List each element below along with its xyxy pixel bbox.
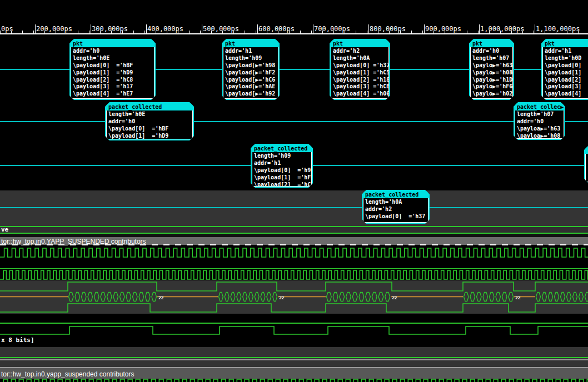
bus-data-cell [464, 293, 469, 301]
transaction-box-packet_collected[interactable]: packet_collectedlength='h0Aaddr='h2\payl… [362, 190, 430, 224]
transaction-field: \payload[▶='h98 [223, 62, 278, 69]
transaction-field: \paylo▶='h02 [471, 90, 512, 97]
transaction-field: \payload[1] ='hD9 [107, 132, 192, 139]
transaction-field: \payload[0] = [543, 62, 588, 69]
ruler-major-tick [313, 24, 313, 33]
group-bar-yapp-suspended-upper[interactable]: tor::hw_top.in0.YAPP_SUSPENDED contribut… [1, 238, 146, 245]
ruler-major-tick [202, 24, 202, 33]
ruler-tick-label: 0ps [1, 25, 13, 33]
bus-data-cell [542, 293, 547, 301]
transaction-field: \payload[1] ='hC5 [331, 69, 388, 76]
bus-data-cell [327, 293, 332, 301]
transaction-field: addr='h2 [331, 47, 388, 54]
transaction-field: \payload[2] = [543, 76, 588, 83]
transaction-box-body: addr='h1length='h09\payload[▶='h98\paylo… [223, 47, 278, 99]
bus-data-cell [107, 293, 112, 301]
transaction-box-pkt[interactable]: pktaddr='h2length='h0A\payload[0] ='h37\… [330, 39, 390, 100]
bus-idle-marker: zz [515, 295, 520, 300]
bus-data-cell [82, 293, 87, 301]
transaction-box-pkt[interactable]: pktaddr='h0length='h0E\payload[0] ='hBF\… [69, 39, 156, 100]
transaction-box-body: addr='h2length='h0A\payload[0] ='h37\pay… [331, 47, 389, 99]
bus-data-cell [561, 293, 565, 301]
transaction-field: addr='h1 [252, 159, 311, 167]
bus-data-cell [133, 293, 138, 301]
bus-data-cell [509, 293, 514, 301]
transaction-field: \payload[1] = [543, 69, 588, 76]
bus-data-cell [490, 293, 495, 301]
transaction-field: length='h0A [331, 54, 388, 62]
ruler-tick-label: 800,000ps [370, 25, 406, 33]
transaction-box-title: packet_collec▶ [515, 103, 564, 110]
bus-data-cell [477, 293, 482, 301]
transaction-field: \payload[3] ='hCB [331, 83, 388, 90]
ruler-tick-label: 1,100,000ps [536, 25, 580, 33]
transaction-box-packet_collected[interactable]: packet_collectedlength='h09addr='h1\payl… [251, 144, 313, 188]
handshake-c-waveform [0, 326, 588, 334]
bus-data-cell [536, 293, 541, 301]
bus-data-cell [502, 293, 507, 301]
bus-data-cell [496, 293, 501, 301]
ruler-tick-label: 1,000,000ps [480, 25, 524, 33]
transaction-box-packet_collec[interactable]: packet_collec▶length='h07addr='h0\payloa… [514, 102, 565, 140]
transaction-box-packet_collected[interactable]: packet_collectedlength='h0Eaddr='h0\payl… [105, 102, 194, 140]
transaction-field: \paylo▶='h63 [471, 62, 512, 69]
ruler-tick-label: 400,000ps [147, 25, 183, 33]
transaction-box-body: addr='h1length='h0D\payload[0] =\payload… [542, 47, 588, 99]
transaction-box-clipped[interactable] [584, 145, 588, 183]
transaction-box-pkt[interactable]: pktaddr='h1length='h0D\payload[0] =\payl… [541, 39, 588, 100]
bus-data-cell [101, 293, 106, 301]
transaction-field: \payload[▶='hAE [223, 83, 278, 90]
ruler-major-tick [146, 24, 147, 33]
transaction-field: addr='h1 [223, 47, 278, 54]
transaction-box-body: length='h0Eaddr='h0\payload[0] ='hBF\pay… [106, 110, 193, 139]
transaction-box-pkt[interactable]: pktaddr='h0length='h07\paylo▶='h63\paylo… [469, 39, 514, 100]
bus-data-cell [113, 293, 118, 301]
bus-idle-marker: zz [279, 295, 284, 300]
transaction-field: addr='h0 [71, 47, 154, 54]
bus-data-cell [139, 293, 144, 301]
transaction-field: \payload[2] ='h18 [331, 76, 388, 83]
bus-data-cell [273, 293, 277, 301]
transaction-field: \payload[▶='hC6 [223, 76, 278, 83]
transaction-field: \payloa▶='h63 [515, 125, 564, 132]
transaction-box-title: pkt [223, 40, 278, 47]
transaction-field: length='h07 [515, 110, 564, 118]
bus-data-cell [243, 293, 247, 301]
bus-data-cell [94, 293, 99, 301]
ruler-tick-label: 300,000ps [92, 25, 128, 33]
bus-data-cell [470, 293, 475, 301]
transaction-box-body: length='h09addr='h1\payload[0] ='h98\pay… [252, 152, 312, 187]
ruler-tick-label: 200,000ps [36, 25, 72, 33]
bus-data-cell [261, 293, 265, 301]
bus-data-cell [378, 293, 383, 301]
transaction-box-body [585, 154, 588, 182]
transaction-box-title: packet_collected [363, 191, 428, 198]
bus-data-cell [340, 293, 345, 301]
transaction-field: \payload[2] ='hC8 [71, 76, 154, 83]
transaction-field: \payload[0] ='h37 [363, 213, 428, 220]
transaction-field: length='h0D [543, 54, 588, 62]
group-bar-yapp-suspended-lower[interactable]: tor::hw_top.in0.yapp_suspended contribut… [1, 370, 134, 378]
transaction-box-title: pkt [542, 40, 588, 47]
ruler-major-tick [424, 24, 425, 33]
bus-data-cell [126, 293, 131, 301]
bus-data-cell [237, 293, 241, 301]
transaction-field: addr='h2 [363, 205, 428, 213]
transaction-field: addr='h0 [515, 118, 564, 125]
clock-fast-lower-waveform [0, 270, 588, 279]
transaction-field: \paylo▶='hF6 [471, 83, 512, 90]
bus-data-cell [579, 293, 584, 301]
transaction-field: length='h0E [71, 54, 154, 62]
bus-data-cell [152, 293, 157, 301]
bus-data-cell [146, 293, 151, 301]
time-ruler[interactable]: 0ps200,000ps300,000ps400,000ps500,000ps6… [0, 0, 588, 35]
bus-data-cell [585, 293, 588, 301]
ruler-tick-label: 900,000ps [425, 25, 461, 33]
ruler-major-tick [91, 24, 91, 33]
ruler-tick-label: 700,000ps [314, 25, 350, 33]
ruler-major-tick [368, 24, 369, 33]
ruler-tick-label: 500,000ps [203, 25, 239, 33]
transaction-box-pkt[interactable]: pktaddr='h1length='h09\payload[▶='h98\pa… [222, 39, 280, 100]
bus-data-cell [267, 293, 271, 301]
ruler-major-tick [35, 24, 36, 33]
